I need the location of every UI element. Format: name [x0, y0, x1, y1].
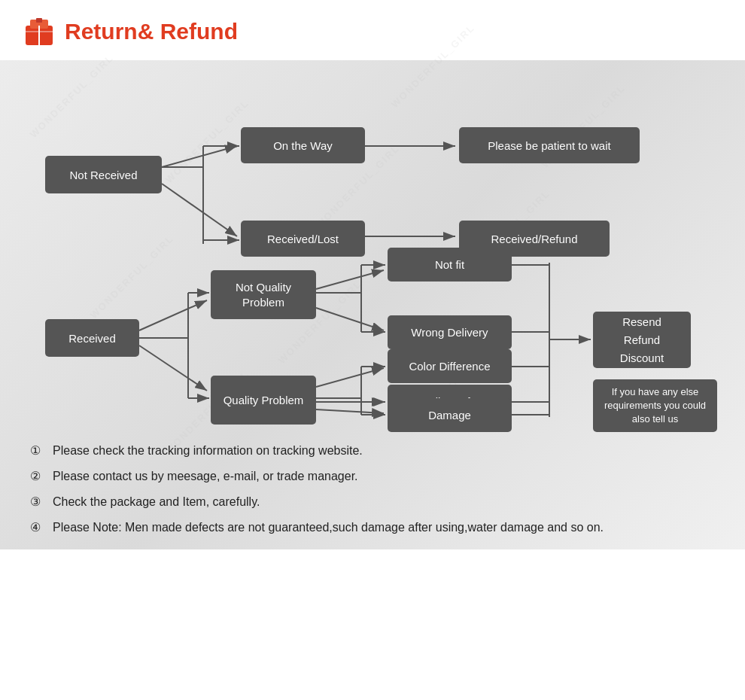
- note-num-3: ③: [30, 493, 47, 511]
- svg-line-16: [316, 409, 384, 413]
- box-received: Received: [45, 319, 139, 357]
- header: Return& Refund: [23, 15, 722, 48]
- box-received-lost: Received/Lost: [241, 221, 365, 257]
- svg-line-11: [139, 345, 207, 391]
- note-text-1: Please check the tracking information on…: [53, 442, 363, 460]
- page-title: Return& Refund: [65, 19, 238, 44]
- box-resend-refund: Resend Refund Discount: [593, 312, 691, 368]
- note-num-1: ①: [30, 442, 47, 460]
- arrows-svg: [23, 67, 722, 428]
- notes-section: ① Please check the tracking information …: [23, 442, 722, 537]
- note-text-4: Please Note: Men made defects are not gu…: [53, 519, 604, 537]
- note-item-4: ④ Please Note: Men made defects are not …: [30, 519, 715, 537]
- note-text-3: Check the package and Item, carefully.: [53, 493, 260, 511]
- svg-line-13: [316, 308, 384, 330]
- note-item-2: ② Please contact us by meesage, e-mail, …: [30, 467, 715, 485]
- svg-line-10: [139, 300, 207, 330]
- box-color-difference: Color Difference: [388, 349, 512, 383]
- box-not-quality-problem: Not Quality Problem: [211, 270, 316, 319]
- svg-line-6: [162, 146, 237, 167]
- note-item-1: ① Please check the tracking information …: [30, 442, 715, 460]
- box-not-fit: Not fit: [388, 248, 512, 282]
- note-item-3: ③ Check the package and Item, carefully.: [30, 493, 715, 511]
- svg-line-14: [316, 368, 384, 387]
- svg-rect-2: [36, 18, 42, 23]
- package-icon: [23, 15, 56, 48]
- box-please-wait: Please be patient to wait: [459, 127, 640, 163]
- box-else-requirements: If you have any else requirements you co…: [593, 379, 717, 432]
- note-num-2: ②: [30, 467, 47, 485]
- box-on-the-way: On the Way: [241, 127, 365, 163]
- flow-diagram: Not Received On the Way Please be patien…: [23, 67, 722, 428]
- box-quality-problem: Quality Problem: [211, 376, 316, 425]
- box-damage: Damage: [388, 398, 512, 432]
- box-wrong-delivery: Wrong Delivery: [388, 315, 512, 349]
- svg-line-12: [316, 270, 384, 289]
- note-num-4: ④: [30, 519, 47, 537]
- box-not-received: Not Received: [45, 156, 162, 193]
- svg-line-7: [162, 184, 237, 236]
- note-text-2: Please contact us by meesage, e-mail, or…: [53, 467, 358, 485]
